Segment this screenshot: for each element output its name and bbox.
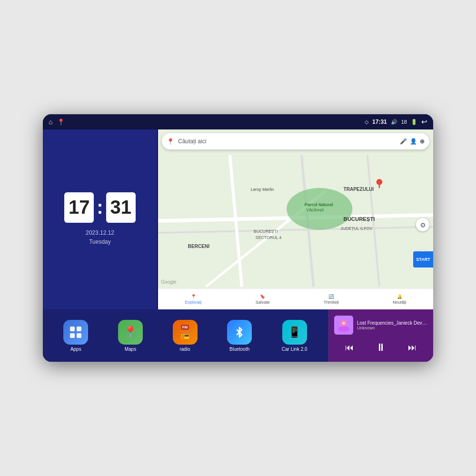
svg-rect-20	[70, 327, 75, 331]
clock-date: 2023.12.12 Tuesday	[86, 228, 114, 247]
clock-display: 17 : 31	[64, 192, 135, 223]
app-item-maps[interactable]: 📍 Maps	[118, 320, 143, 352]
svg-rect-22	[70, 333, 75, 338]
clock-minute-block: 31	[106, 192, 136, 223]
radio-icon: FM 📻	[173, 320, 198, 345]
bluetooth-icon	[227, 320, 252, 345]
music-info: Lost Frequencies_Janieck Devy-... Unknow…	[334, 316, 427, 335]
music-controls: ⏮ ⏸ ⏭	[334, 339, 427, 356]
svg-text:Parcul Natural: Parcul Natural	[305, 202, 333, 207]
noutăți-icon: 🔔	[397, 294, 402, 299]
svg-text:JUDEȚUL ILFOV: JUDEȚUL ILFOV	[340, 226, 372, 231]
music-play-pause-button[interactable]: ⏸	[374, 339, 388, 356]
music-next-button[interactable]: ⏭	[406, 341, 418, 355]
status-time: 17:31	[372, 119, 387, 125]
clock-hour-block: 17	[64, 192, 94, 223]
svg-text:BUCUREȘTI: BUCUREȘTI	[254, 229, 278, 234]
layers-icon[interactable]: ⊕	[420, 138, 425, 145]
location-status-icon: ◇	[365, 119, 368, 125]
trimiteți-label: Trimiteți	[324, 300, 339, 305]
svg-text:BUCUREȘTI: BUCUREȘTI	[344, 216, 375, 222]
map-search-bar[interactable]: 📍 Căutați aici 🎤 👤 ⊕	[162, 133, 429, 149]
status-bar: ⌂ 📍 ◇ 17:31 🔊 18 🔋 ↩	[43, 114, 433, 129]
music-prev-button[interactable]: ⏮	[343, 341, 356, 355]
app-item-radio[interactable]: FM 📻 radio	[173, 320, 198, 352]
apps-icon	[63, 320, 88, 345]
battery-icon: 🔋	[411, 119, 417, 125]
main-content: 17 : 31 2023.12.12 Tuesday	[43, 129, 433, 362]
clock-panel: 17 : 31 2023.12.12 Tuesday	[43, 129, 157, 309]
apps-area: Apps 📍 Maps FM 📻	[43, 309, 328, 362]
maps-shortcut-icon[interactable]: 📍	[57, 119, 65, 126]
volume-icon[interactable]: 🔊	[391, 119, 397, 125]
map-background: Parcul Natural Văcărești TRAPEZULUI BUCU…	[158, 129, 433, 288]
maps-label: Maps	[125, 347, 136, 352]
svg-point-26	[338, 326, 349, 332]
carlink-icon: 📱	[282, 320, 307, 345]
status-left: ⌂ 📍	[49, 118, 65, 126]
map-panel[interactable]: 📍 Căutați aici 🎤 👤 ⊕	[158, 129, 433, 309]
app-item-bluetooth[interactable]: Bluetooth	[227, 320, 252, 352]
bottom-section: Apps 📍 Maps FM 📻	[43, 309, 433, 362]
svg-text:Văcărești: Văcărești	[307, 208, 324, 212]
explorați-icon: 📍	[191, 294, 196, 299]
bluetooth-symbol-icon	[233, 326, 246, 338]
music-thumbnail	[334, 316, 353, 335]
svg-point-27	[342, 322, 345, 325]
app-item-apps[interactable]: Apps	[63, 320, 88, 352]
back-icon[interactable]: ↩	[421, 118, 427, 126]
music-text: Lost Frequencies_Janieck Devy-... Unknow…	[357, 320, 427, 330]
svg-text:TRAPEZULUI: TRAPEZULUI	[344, 187, 374, 192]
screen: ⌂ 📍 ◇ 17:31 🔊 18 🔋 ↩ 17	[43, 114, 433, 362]
map-nav-trimiteți[interactable]: 🔄 Trimiteți	[324, 294, 339, 305]
status-right: ◇ 17:31 🔊 18 🔋 ↩	[365, 118, 427, 126]
map-bottom-nav: 📍 Explorați 🔖 Salvate 🔄 Trimiteți �	[158, 288, 433, 309]
album-art-icon	[334, 316, 353, 335]
mic-icon[interactable]: 🎤	[400, 138, 407, 145]
svg-text:Google: Google	[161, 279, 177, 285]
svg-text:BERCENI: BERCENI	[188, 244, 209, 249]
salvate-label: Salvate	[256, 300, 270, 305]
clock-colon: :	[97, 192, 103, 223]
svg-text:SECTORUL 4: SECTORUL 4	[256, 235, 282, 240]
map-nav-salvate[interactable]: 🔖 Salvate	[256, 294, 270, 305]
clock-day-value: Tuesday	[86, 238, 114, 247]
carlink-label: Car Link 2.0	[282, 347, 307, 352]
svg-rect-21	[77, 327, 81, 331]
trimiteți-icon: 🔄	[328, 294, 334, 299]
svg-rect-23	[77, 333, 81, 338]
music-player: Lost Frequencies_Janieck Devy-... Unknow…	[328, 309, 433, 362]
maps-icon: 📍	[118, 320, 143, 345]
home-icon[interactable]: ⌂	[49, 118, 52, 126]
apps-grid-icon	[69, 326, 82, 339]
noutăți-label: Noutăți	[393, 300, 407, 305]
music-title: Lost Frequencies_Janieck Devy-...	[357, 320, 427, 326]
map-start-button[interactable]: START	[413, 251, 433, 268]
map-nav-noutăți[interactable]: 🔔 Noutăți	[393, 294, 407, 305]
map-svg: Parcul Natural Văcărești TRAPEZULUI BUCU…	[158, 153, 433, 288]
explorați-label: Explorați	[185, 300, 202, 305]
account-icon[interactable]: 👤	[410, 138, 417, 145]
radio-label: radio	[179, 347, 190, 352]
clock-minute: 31	[110, 197, 131, 218]
map-pin-icon: 📍	[167, 138, 174, 145]
map-nav-explorați[interactable]: 📍 Explorați	[185, 294, 202, 305]
map-compass-button[interactable]: ⊙	[416, 218, 429, 231]
map-search-icons: 🎤 👤 ⊕	[400, 138, 425, 145]
clock-date-value: 2023.12.12	[86, 228, 114, 238]
music-artist: Unknown	[357, 326, 427, 330]
svg-text:Leroy Merlin: Leroy Merlin	[251, 187, 274, 192]
battery-level: 18	[401, 119, 407, 125]
bluetooth-label: Bluetooth	[229, 347, 249, 352]
clock-hour: 17	[69, 197, 90, 218]
device-shell: ⌂ 📍 ◇ 17:31 🔊 18 🔋 ↩ 17	[43, 114, 433, 362]
apps-label: Apps	[70, 347, 81, 352]
salvate-icon: 🔖	[260, 294, 265, 299]
app-item-carlink[interactable]: 📱 Car Link 2.0	[282, 320, 307, 352]
map-search-text[interactable]: Căutați aici	[178, 138, 396, 145]
top-section: 17 : 31 2023.12.12 Tuesday	[43, 129, 433, 309]
